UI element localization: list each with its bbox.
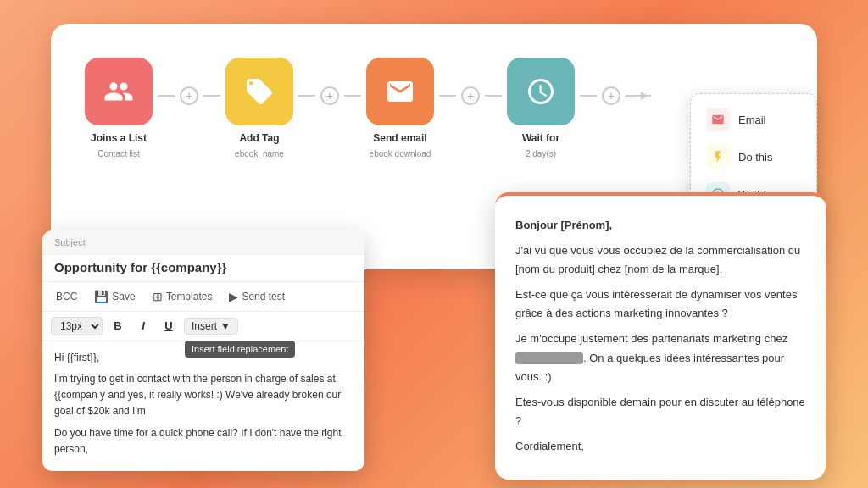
step-wait-for[interactable]: Wait for 2 day(s): [507, 58, 575, 158]
send-email-label: Send email: [373, 132, 426, 146]
plus-icon-1[interactable]: +: [180, 86, 198, 105]
dropdown-label-do-this: Do this: [738, 151, 772, 164]
step-add-tag[interactable]: Add Tag ebook_name: [225, 58, 293, 158]
joins-list-label: Joins a List: [91, 132, 147, 146]
send-test-label: Send test: [242, 291, 285, 302]
step-send-email[interactable]: Send email ebook download: [366, 58, 434, 158]
dropdown-label-email: Email: [738, 114, 766, 126]
email-dd-icon: [706, 108, 730, 131]
send-email-icon: [366, 58, 434, 125]
blurred-company: [515, 352, 583, 364]
step-joins-list[interactable]: Joins a List Contact list: [85, 58, 153, 158]
subject-value[interactable]: Opportunity for {{company}}: [42, 255, 364, 282]
save-button[interactable]: 💾 Save: [89, 287, 140, 306]
send-email-sublabel: ebook download: [370, 149, 431, 158]
bcc-button[interactable]: BCC: [51, 288, 82, 305]
save-label: Save: [112, 291, 135, 302]
templates-label: Templates: [166, 291, 213, 302]
french-line-3: Est-ce que ça vous intéresserait de dyna…: [515, 286, 805, 323]
templates-icon: ⊞: [153, 290, 163, 303]
french-email-card: Bonjour [Prénom], J'ai vu que vous vous …: [495, 192, 826, 480]
plus-icon-2[interactable]: +: [320, 86, 339, 105]
connector-4: +: [575, 86, 656, 105]
format-bar: 13px B I U Insert ▼ Insert field replace…: [42, 312, 364, 341]
bcc-label: BCC: [56, 291, 77, 302]
email-line-3: Do you have time for a quick phone call?…: [54, 425, 353, 458]
templates-button[interactable]: ⊞ Templates: [147, 287, 218, 306]
french-line-4: Je m'occupe justement des partenariats m…: [515, 330, 805, 385]
dropdown-item-email[interactable]: Email: [698, 101, 810, 138]
french-line-5: Etes-vous disponible demain pour en disc…: [515, 393, 805, 430]
workflow-steps: Joins a List Contact list + Add Tag eboo…: [85, 58, 783, 158]
connector-2: +: [293, 86, 366, 105]
insert-chevron-icon: ▼: [220, 320, 231, 332]
insert-label: Insert: [192, 320, 217, 332]
connector-1: +: [153, 86, 225, 105]
email-body: Hi {{first}}, I'm trying to get in conta…: [42, 341, 364, 471]
french-line-1: Bonjour [Prénom],: [515, 216, 805, 235]
plus-icon-3[interactable]: +: [461, 86, 480, 105]
wait-for-sublabel: 2 day(s): [526, 149, 556, 158]
send-test-icon: ▶: [229, 290, 238, 303]
send-test-button[interactable]: ▶ Send test: [224, 287, 290, 306]
italic-button[interactable]: I: [133, 316, 153, 336]
underline-button[interactable]: U: [159, 316, 179, 336]
joins-list-icon: [85, 58, 153, 125]
wait-for-label: Wait for: [522, 132, 559, 146]
joins-list-sublabel: Contact list: [97, 149, 139, 158]
add-tag-label: Add Tag: [239, 132, 279, 146]
email-toolbar: BCC 💾 Save ⊞ Templates ▶ Send test: [42, 282, 364, 312]
bold-button[interactable]: B: [108, 316, 128, 336]
french-line-6: Cordialement,: [515, 437, 805, 456]
email-composer-card: Subject Opportunity for {{company}} BCC …: [42, 230, 364, 471]
insert-button[interactable]: Insert ▼ Insert field replacement: [184, 318, 238, 335]
wait-for-icon: [507, 58, 575, 125]
email-line-2: I'm trying to get in contact with the pe…: [54, 371, 353, 420]
add-tag-icon: [225, 58, 293, 125]
plus-icon-4[interactable]: +: [602, 86, 620, 105]
insert-tooltip: Insert field replacement: [185, 341, 295, 358]
font-size-select[interactable]: 13px: [51, 317, 103, 336]
subject-label: Subject: [42, 230, 364, 255]
dropdown-item-do-this[interactable]: Do this: [698, 138, 810, 175]
add-tag-sublabel: ebook_name: [235, 149, 284, 158]
save-icon: 💾: [94, 290, 108, 303]
french-line-2: J'ai vu que vous vous occupiez de la com…: [515, 241, 805, 279]
do-this-dd-icon: [706, 145, 730, 169]
connector-3: +: [434, 86, 507, 105]
